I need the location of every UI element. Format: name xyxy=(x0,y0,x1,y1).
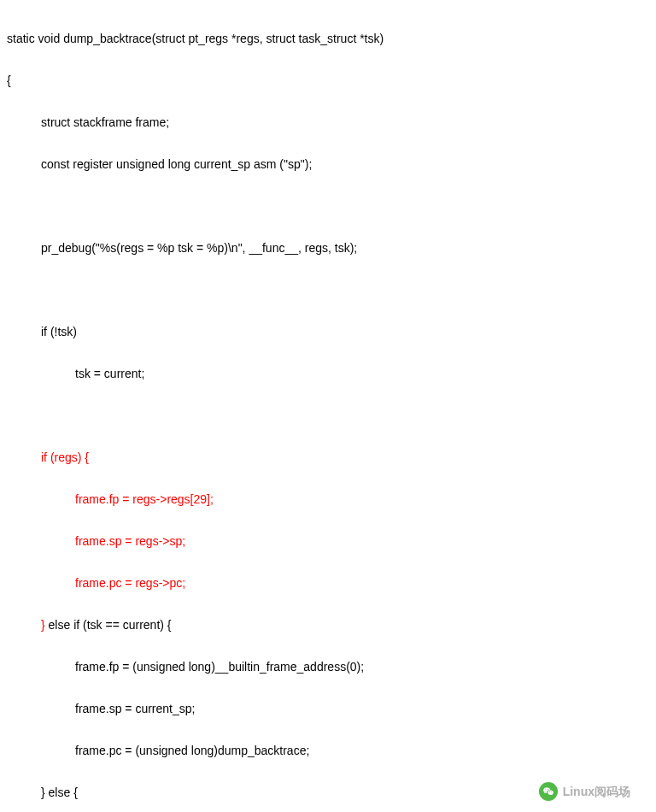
code-line: } else if (tsk == current) { xyxy=(41,615,649,636)
code-line: frame.sp = regs->sp; xyxy=(75,531,649,552)
code-line: frame.pc = regs->pc; xyxy=(75,573,649,594)
code-line: pr_debug("%s(regs = %p tsk = %p)\n", __f… xyxy=(41,238,649,259)
code-span: else if (tsk == current) { xyxy=(45,618,172,632)
code-blank-line xyxy=(7,279,649,301)
code-line: struct stackframe frame; xyxy=(41,112,649,133)
code-line: frame.pc = (unsigned long)dump_backtrace… xyxy=(75,740,649,762)
code-line: frame.sp = current_sp; xyxy=(75,698,649,720)
code-line: { xyxy=(7,70,649,91)
code-line: frame.fp = regs->regs[29]; xyxy=(75,489,649,510)
code-blank-line xyxy=(7,196,649,217)
code-line: const register unsigned long current_sp … xyxy=(41,154,649,175)
wechat-icon xyxy=(539,782,558,801)
watermark-text: Linux阅码场 xyxy=(563,781,630,803)
code-line: tsk = current; xyxy=(75,363,649,385)
code-line: if (regs) { xyxy=(41,447,649,468)
code-blank-line xyxy=(7,405,649,427)
code-block: static void dump_backtrace(struct pt_reg… xyxy=(7,7,649,812)
watermark: Linux阅码场 xyxy=(539,781,630,803)
code-line: if (!tsk) xyxy=(41,321,649,343)
code-line: static void dump_backtrace(struct pt_reg… xyxy=(7,28,649,50)
code-line: frame.fp = (unsigned long)__builtin_fram… xyxy=(75,656,649,678)
